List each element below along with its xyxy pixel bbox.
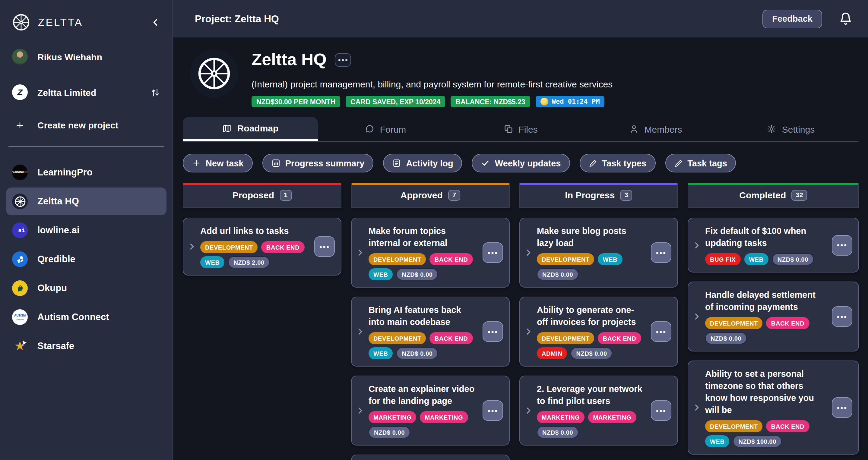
expand-card-chevron-icon[interactable] xyxy=(692,241,701,249)
tag-web: WEB xyxy=(369,268,393,280)
sidebar-project-qredible[interactable]: Qredible xyxy=(6,245,166,273)
task-card[interactable]: Fix default of $100 when updating tasksB… xyxy=(688,218,859,272)
expand-card-chevron-icon[interactable] xyxy=(692,403,701,412)
task-card[interactable]: Ability to generate one-off invoices for… xyxy=(519,297,678,367)
qredible-logo xyxy=(12,252,37,267)
task-cost-badge: NZD$ 0.00 xyxy=(571,347,613,359)
task-card[interactable]: Handle delayed settlement of incoming pa… xyxy=(688,282,859,352)
starsafe-logo: ★ xyxy=(12,338,37,354)
sidebar-project-okupu[interactable]: Okupu xyxy=(6,274,166,302)
org-switcher[interactable]: Z Zeltta Limited xyxy=(0,79,173,105)
tab-forum[interactable]: Forum xyxy=(318,117,453,141)
task-tags: MARKETINGMARKETINGNZD$ 0.00 xyxy=(369,411,476,438)
new-task-button[interactable]: New task xyxy=(183,154,253,172)
task-options-button[interactable]: ●●● xyxy=(832,397,852,418)
task-title: 2. Leverage your network to find pilot u… xyxy=(537,383,670,407)
expand-card-chevron-icon[interactable] xyxy=(692,312,701,321)
collapse-sidebar-icon[interactable] xyxy=(151,18,160,27)
tag-back-end: BACK END xyxy=(430,253,473,265)
sidebar-project-lowline-ai[interactable]: _ailowline.ai xyxy=(6,217,166,244)
button-label: Task types xyxy=(602,158,647,168)
task-card[interactable]: Create an explainer video for the landin… xyxy=(351,375,510,446)
column-count-badge: 1 xyxy=(280,190,292,200)
tag-development: DEVELOPMENT xyxy=(705,317,763,329)
project-label: Starsafe xyxy=(37,341,74,352)
task-options-button[interactable]: ●●● xyxy=(651,321,671,342)
expand-card-chevron-icon[interactable] xyxy=(524,249,533,257)
topbar-title: Project: Zeltta HQ xyxy=(195,13,279,25)
project-label: Qredible xyxy=(37,254,75,265)
task-card[interactable]: Bring AI features back into main codebas… xyxy=(351,297,510,367)
expand-card-chevron-icon[interactable] xyxy=(524,406,533,415)
task-options-button[interactable]: ●●● xyxy=(483,321,503,342)
tag-admin: ADMIN xyxy=(537,347,567,359)
create-new-project-button[interactable]: Create new project xyxy=(0,114,173,136)
user-menu[interactable]: Rikus Wiehahn xyxy=(0,43,173,70)
expand-card-chevron-icon[interactable] xyxy=(356,249,364,257)
tag-back-end: BACK END xyxy=(766,420,809,432)
project-options-button[interactable]: ●●● xyxy=(335,53,351,67)
sidebar-project-autism-connect[interactable]: AUTiSMconnectAutism Connect xyxy=(6,303,166,331)
project-badge: BALANCE: NZD$5.23 xyxy=(451,96,530,107)
button-label: New task xyxy=(206,158,244,168)
task-card[interactable]: 2. Leverage your network to find pilot u… xyxy=(519,375,678,446)
swap-org-icon[interactable] xyxy=(150,87,160,97)
project-tabs: RoadmapForumFilesMembersSettings xyxy=(183,117,858,142)
sidebar: ZELTTA Rikus Wiehahn Z Zeltta Limited xyxy=(0,0,173,460)
task-card[interactable]: Make sure blog posts lazy loadDEVELOPMEN… xyxy=(519,218,678,288)
task-tags-button[interactable]: Task tags xyxy=(665,154,736,172)
tag-development: DEVELOPMENT xyxy=(537,332,594,344)
column-proposed: Proposed1Add url links to tasksDEVELOPME… xyxy=(183,183,341,275)
task-options-button[interactable]: ●●● xyxy=(483,400,503,421)
tab-files[interactable]: Files xyxy=(453,117,588,141)
tab-members[interactable]: Members xyxy=(588,117,723,141)
task-card[interactable]: Add url links to tasksDEVELOPMENTBACK EN… xyxy=(183,218,341,275)
tab-roadmap[interactable]: Roadmap xyxy=(183,117,318,141)
task-tags: DEVELOPMENTBACK ENDNZD$ 0.00 xyxy=(705,317,826,344)
notifications-bell-icon[interactable] xyxy=(839,12,852,25)
task-options-button[interactable]: ●●● xyxy=(314,236,335,257)
feedback-button[interactable]: Feedback xyxy=(763,9,822,28)
task-options-button[interactable]: ●●● xyxy=(651,242,671,263)
task-tags: BUG FIXWEBNZD$ 0.00 xyxy=(705,253,826,265)
expand-card-chevron-icon[interactable] xyxy=(356,406,364,415)
expand-card-chevron-icon[interactable] xyxy=(356,327,364,336)
task-cost-badge: NZD$ 100.00 xyxy=(733,435,782,447)
roadmap-icon xyxy=(222,123,232,133)
sidebar-project-starsafe[interactable]: ★Starsafe xyxy=(6,332,166,360)
column-count-badge: 7 xyxy=(448,190,460,200)
weekly-updates-button[interactable]: Weekly updates xyxy=(472,154,570,172)
project-title: Zeltta HQ xyxy=(251,50,327,70)
task-options-button[interactable]: ●●● xyxy=(483,242,503,263)
tab-settings[interactable]: Settings xyxy=(723,117,858,141)
task-cost-badge: NZD$ 0.00 xyxy=(705,332,747,344)
task-cost-badge: NZD$ 2.00 xyxy=(228,256,270,268)
expand-card-chevron-icon[interactable] xyxy=(524,327,533,336)
zeltta-brand-logo-icon xyxy=(12,13,30,31)
plus-icon xyxy=(12,120,28,130)
org-name: Zeltta Limited xyxy=(37,87,96,97)
project-list: LEARNINGPROLearningProZeltta HQ_ailowlin… xyxy=(0,158,173,361)
task-options-button[interactable]: ●●● xyxy=(832,235,852,255)
progress-summary-button[interactable]: Progress summary xyxy=(262,154,374,172)
expand-card-chevron-icon[interactable] xyxy=(188,242,196,251)
task-options-button[interactable]: ●●● xyxy=(651,400,671,421)
sidebar-project-zeltta-hq[interactable]: Zeltta HQ xyxy=(6,188,166,215)
task-card[interactable]: Make forum topics internal or externalDE… xyxy=(351,218,510,288)
tag-back-end: BACK END xyxy=(598,332,641,344)
project-label: Okupu xyxy=(37,283,67,294)
sidebar-project-learningpro[interactable]: LEARNINGPROLearningPro xyxy=(6,159,166,186)
task-card[interactable]: Add image attachments to xyxy=(351,455,510,460)
column-accent-bar xyxy=(520,183,677,185)
column-accent-bar xyxy=(352,183,509,185)
task-options-button[interactable]: ●●● xyxy=(832,306,852,327)
activity-log-button[interactable]: Activity log xyxy=(383,154,462,172)
task-card[interactable]: Ability to set a personal timezone so th… xyxy=(688,361,859,455)
task-types-button[interactable]: Task types xyxy=(580,154,656,172)
task-tags: DEVELOPMENTBACK ENDADMINNZD$ 0.00 xyxy=(537,332,645,359)
tab-label: Forum xyxy=(380,124,406,134)
task-tags: MARKETINGMARKETINGNZD$ 0.00 xyxy=(537,411,645,438)
task-title: Add url links to tasks xyxy=(200,225,334,237)
column-count-badge: 3 xyxy=(620,190,632,200)
tag-development: DEVELOPMENT xyxy=(705,420,763,432)
